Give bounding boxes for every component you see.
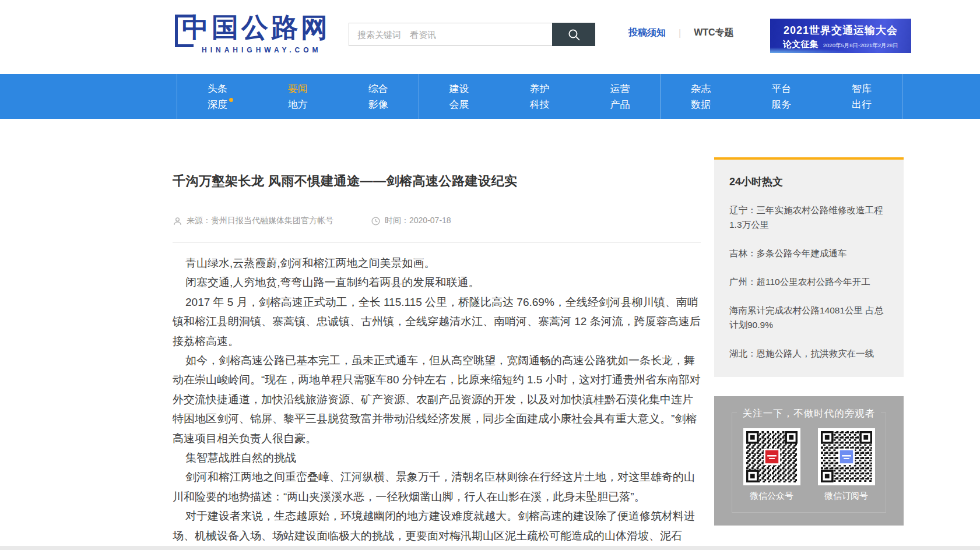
article-paragraph: 闭塞交通,人穷地贫,弯弯山路一直制约着两县的发展和联通。 (173, 273, 701, 292)
nav-col-智库: 智库出行 (821, 74, 902, 119)
site-logo-text: 中国公路网 (182, 12, 331, 43)
article-time: 时间：2020-07-18 (371, 216, 451, 226)
wtc-topic-link[interactable]: WTC专题 (694, 27, 733, 39)
sidebar: 24小时热文 辽宁：三年实施农村公路维修改造工程1.3万公里吉林：多条公路今年建… (714, 157, 904, 526)
nav-link-服务[interactable]: 服务 (771, 100, 791, 110)
nav-link-综合[interactable]: 综合 (368, 84, 388, 94)
qr-code-image (818, 428, 875, 485)
nav-link-会展[interactable]: 会展 (449, 100, 469, 110)
nav-link-平台[interactable]: 平台 (771, 84, 791, 94)
qr-label: 微信订阅号 (818, 491, 875, 502)
header-links: 投稿须知 | WTC专题 (628, 27, 734, 39)
links-separator: | (679, 28, 681, 38)
nav-link-养护[interactable]: 养护 (530, 84, 550, 94)
follow-title-text: 关注一下，不做时代的旁观者 (737, 408, 881, 418)
ad-banner[interactable]: 2021世界交通运输大会 论文征集 2020年5月8日-2021年2月28日 (770, 19, 911, 53)
meta-divider (173, 242, 701, 243)
qr-card-official: 微信公众号 (743, 428, 800, 502)
nav-col-头条: 头条深度 (177, 74, 258, 119)
article-meta: 来源：贵州日报当代融媒体集团官方帐号 时间：2020-07-18 (173, 216, 701, 226)
qr-code-image (743, 428, 800, 485)
nav-link-杂志[interactable]: 杂志 (691, 84, 711, 94)
nav-col-要闻: 要闻地方 (258, 74, 338, 119)
article-paragraph: 集智慧战胜自然的挑战 (173, 448, 701, 467)
article-body: 青山绿水,云蒸霞蔚,剑河和榕江两地之间美景如画。闭塞交通,人穷地贫,弯弯山路一直… (173, 253, 701, 550)
nav-col-平台: 平台服务 (741, 74, 821, 119)
site-logo-subtitle: HINAHIGHWAY.COM (202, 46, 350, 54)
article-paragraph: 对于建设者来说，生态越原始，环境越幽闭的地方建设难度就越大。剑榕高速的建设除了便… (173, 506, 701, 550)
search-button[interactable] (552, 23, 595, 46)
site-logo[interactable]: 中国公路网 HINAHIGHWAY.COM (175, 10, 350, 54)
article: 千沟万壑架长龙 风雨不惧建通途——剑榕高速公路建设纪实 来源：贵州日报当代融媒体… (173, 119, 701, 550)
hot-list-item[interactable]: 广州：超110公里农村公路今年开工 (729, 274, 888, 289)
nav-col-建设: 建设会展 (419, 74, 500, 119)
nav-link-产品[interactable]: 产品 (610, 100, 630, 110)
hot-list-item[interactable]: 湖北：恩施公路人，抗洪救灾在一线 (729, 346, 888, 361)
page: { "header": { "logo": { "title": "中国公路网"… (0, 0, 980, 550)
article-source: 来源：贵州日报当代融媒体集团官方帐号 (173, 216, 333, 226)
source-text: 来源：贵州日报当代融媒体集团官方帐号 (187, 216, 333, 226)
hot-articles-box: 24小时热文 辽宁：三年实施农村公路维修改造工程1.3万公里吉林：多条公路今年建… (714, 157, 904, 377)
article-paragraph: 青山绿水,云蒸霞蔚,剑河和榕江两地之间美景如画。 (173, 253, 701, 273)
nav-link-科技[interactable]: 科技 (530, 100, 550, 110)
banner-call-for-papers: 论文征集 (783, 39, 818, 49)
banner-date: 2020年5月8日-2021年2月28日 (823, 42, 898, 48)
article-paragraph: 2017 年 5 月，剑榕高速正式动工，全长 115.115 公里，桥隧比高达 … (173, 292, 701, 351)
nav-link-头条[interactable]: 头条 (208, 84, 227, 94)
banner-subtitle: 论文征集 2020年5月8日-2021年2月28日 (770, 39, 911, 50)
footer-strip (0, 546, 980, 550)
search-input[interactable] (349, 23, 552, 46)
article-paragraph: 如今，剑榕高速公路已基本完工，虽未正式通车，但从高空眺望，宽阔通畅的高速公路犹如… (173, 351, 701, 448)
article-paragraph: 剑河和榕江两地之间重峦叠嶂、江河纵横、景象万千，清朝名臣林则徐在行经这片土地，对… (173, 467, 701, 506)
nav-link-要闻[interactable]: 要闻 (288, 84, 308, 94)
nav-link-运营[interactable]: 运营 (610, 84, 630, 94)
user-icon (173, 216, 182, 226)
search-icon (567, 27, 581, 42)
site-logo-title: 中国公路网 (175, 10, 350, 44)
hot-list-item[interactable]: 海南累计完成农村公路14081公里 占总计划90.9% (729, 303, 888, 332)
nav-col-综合: 综合影像 (338, 74, 419, 119)
banner-title: 2021世界交通运输大会 (770, 23, 911, 37)
follow-inner: 关注一下，不做时代的旁观者 (732, 412, 886, 513)
nav-link-数据[interactable]: 数据 (691, 100, 711, 110)
hot-list-item[interactable]: 吉林：多条公路今年建成通车 (729, 246, 888, 260)
nav-link-智库[interactable]: 智库 (852, 84, 872, 94)
follow-title: 关注一下，不做时代的旁观者 (732, 407, 886, 420)
follow-box: 关注一下，不做时代的旁观者 (714, 396, 904, 526)
nav-group: 建设会展养护科技运营产品 (419, 74, 661, 119)
submission-guide-link[interactable]: 投稿须知 (628, 27, 666, 39)
hot-list: 辽宁：三年实施农村公路维修改造工程1.3万公里吉林：多条公路今年建成通车广州：超… (729, 203, 888, 361)
time-text: 时间：2020-07-18 (385, 216, 451, 226)
nav-col-运营: 运营产品 (579, 74, 660, 119)
qr-label: 微信公众号 (743, 491, 800, 502)
main-content: 千沟万壑架长龙 风雨不惧建通途——剑榕高速公路建设纪实 来源：贵州日报当代融媒体… (0, 119, 980, 550)
nav-col-养护: 养护科技 (500, 74, 580, 119)
page-title: 千沟万壑架长龙 风雨不惧建通途——剑榕高速公路建设纪实 (173, 172, 701, 190)
nav-group: 头条深度要闻地方综合影像 (177, 74, 419, 119)
nav-link-深度[interactable]: 深度 (208, 100, 227, 110)
nav-link-建设[interactable]: 建设 (449, 84, 469, 94)
clock-icon (371, 216, 381, 226)
nav-link-出行[interactable]: 出行 (852, 100, 872, 110)
nav-link-影像[interactable]: 影像 (368, 100, 388, 110)
notification-dot (229, 98, 233, 102)
hot-articles-title: 24小时热文 (729, 175, 888, 189)
hot-list-item[interactable]: 辽宁：三年实施农村公路维修改造工程1.3万公里 (729, 203, 888, 232)
site-header: 中国公路网 HINAHIGHWAY.COM 投稿须知 | WTC专题 2021世… (0, 0, 980, 74)
nav-link-地方[interactable]: 地方 (288, 100, 308, 110)
main-nav: 头条深度要闻地方综合影像建设会展养护科技运营产品杂志数据平台服务智库出行 (0, 74, 980, 119)
logo-bracket-icon (175, 15, 194, 47)
qr-row: 微信公众号 (732, 428, 886, 502)
search-bar (349, 23, 595, 46)
main-nav-groups: 头条深度要闻地方综合影像建设会展养护科技运营产品杂志数据平台服务智库出行 (177, 74, 902, 119)
qr-card-subscription: 微信订阅号 (818, 428, 875, 502)
nav-group: 杂志数据平台服务智库出行 (660, 74, 902, 119)
nav-col-杂志: 杂志数据 (661, 74, 741, 119)
